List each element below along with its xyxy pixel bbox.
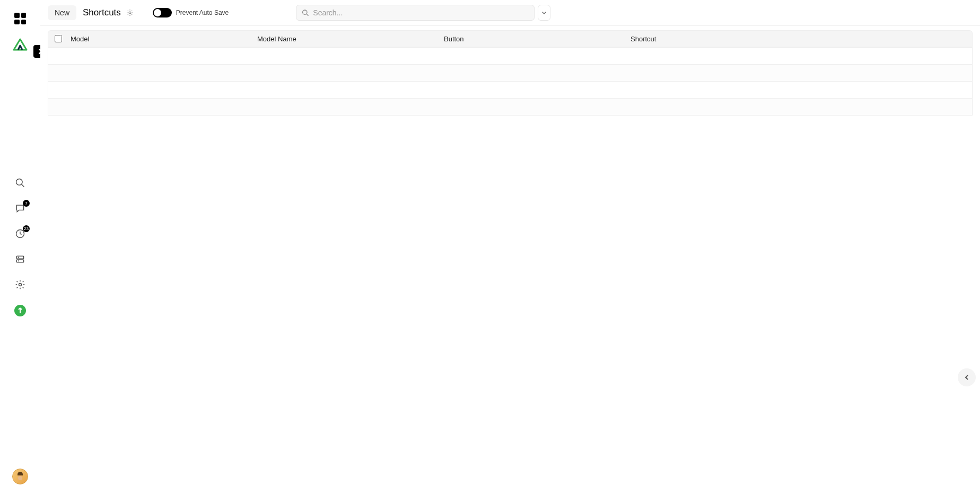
table-row[interactable] <box>48 47 972 64</box>
table: Model Model Name Button Shortcut <box>40 26 980 116</box>
table-row[interactable] <box>48 64 972 81</box>
svg-point-0 <box>16 179 23 186</box>
clock-icon[interactable]: 23 <box>15 228 25 239</box>
user-avatar[interactable] <box>12 469 28 484</box>
page-title: Shortcuts <box>83 7 121 18</box>
sidebar: 7 23 <box>0 0 40 494</box>
prevent-auto-save-toggle: Prevent Auto Save <box>153 8 229 17</box>
search-icon <box>302 9 309 16</box>
sidebar-top <box>12 0 29 52</box>
logo-icon[interactable] <box>12 38 29 52</box>
svg-point-8 <box>129 12 131 14</box>
svg-point-5 <box>18 257 19 258</box>
main-area: New Shortcuts Prevent Auto Save <box>40 0 980 494</box>
toggle-switch[interactable] <box>153 8 172 17</box>
boost-icon[interactable] <box>14 305 26 316</box>
svg-rect-4 <box>16 260 23 262</box>
toggle-label: Prevent Auto Save <box>176 9 229 16</box>
search-icon[interactable] <box>15 178 25 188</box>
svg-line-1 <box>22 184 24 187</box>
table-row[interactable] <box>48 98 972 115</box>
page-settings-icon[interactable] <box>126 9 134 16</box>
sidebar-nav: 7 23 <box>14 178 26 316</box>
search-area <box>296 5 973 21</box>
search-options-button[interactable] <box>538 5 550 21</box>
search-input[interactable] <box>313 8 529 17</box>
svg-rect-3 <box>16 256 23 259</box>
topbar: New Shortcuts Prevent Auto Save <box>40 0 980 26</box>
server-icon[interactable] <box>15 254 25 264</box>
gear-icon[interactable] <box>15 279 25 290</box>
clock-badge: 23 <box>23 225 30 232</box>
column-header-shortcut[interactable]: Shortcut <box>631 35 966 43</box>
new-button[interactable]: New <box>48 5 76 20</box>
column-header-model-name[interactable]: Model Name <box>257 35 444 43</box>
table-header: Model Model Name Button Shortcut <box>48 30 973 47</box>
svg-point-7 <box>19 284 22 286</box>
search-box <box>296 5 535 21</box>
column-header-button[interactable]: Button <box>444 35 631 43</box>
svg-line-10 <box>307 14 308 15</box>
collapse-panel-button[interactable] <box>958 368 976 386</box>
svg-point-6 <box>18 261 19 261</box>
chat-icon[interactable]: 7 <box>15 203 25 214</box>
column-header-model[interactable]: Model <box>71 35 257 43</box>
table-body <box>48 47 973 116</box>
avatar-icon <box>12 469 28 484</box>
select-all-checkbox[interactable] <box>55 35 71 42</box>
chat-badge: 7 <box>23 200 30 207</box>
svg-point-9 <box>303 10 307 14</box>
apps-icon[interactable] <box>14 13 26 24</box>
table-row[interactable] <box>48 81 972 98</box>
